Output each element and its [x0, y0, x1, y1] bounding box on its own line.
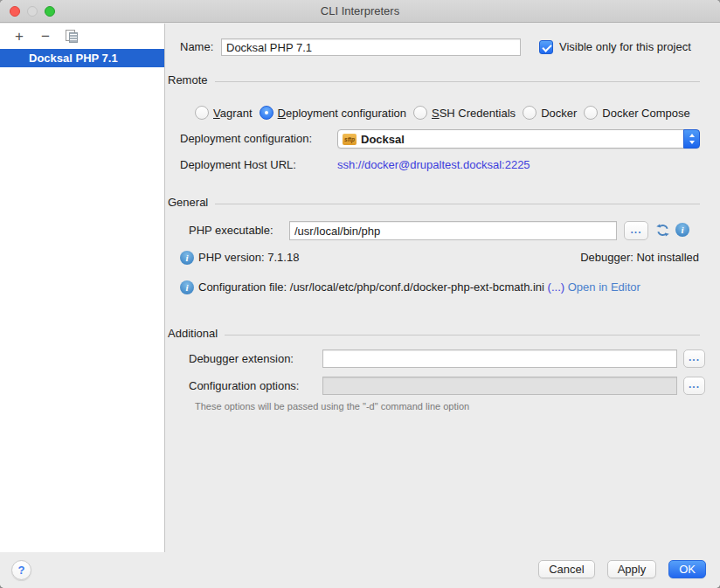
- visible-project-checkbox[interactable]: [539, 40, 553, 54]
- visible-project-label: Visible only for this project: [559, 38, 691, 56]
- radio-vagrant-label: Vagrant: [213, 107, 253, 120]
- remote-section-header: Remote: [168, 73, 700, 86]
- cancel-button[interactable]: Cancel: [538, 560, 594, 578]
- dialog-footer: ? Cancel Apply OK: [0, 552, 720, 588]
- window-title: CLI Interpreters: [0, 0, 720, 22]
- remote-section-label: Remote: [168, 73, 208, 86]
- combo-stepper-icon[interactable]: [683, 129, 700, 149]
- deployment-host-url-label: Deployment Host URL:: [180, 156, 296, 174]
- deployment-configuration-select[interactable]: sftp Docksal: [337, 129, 700, 149]
- settings-panel: Name: Visible only for this project Remo…: [166, 24, 720, 552]
- radio-icon[interactable]: [413, 106, 427, 120]
- additional-section-label: Additional: [168, 327, 218, 340]
- radio-ssh-credentials[interactable]: SSH Credentials: [413, 106, 516, 120]
- configuration-file-expand-link[interactable]: (...): [548, 280, 565, 294]
- additional-section-header: Additional: [168, 327, 700, 340]
- sidebar-toolbar: + −: [0, 24, 164, 49]
- radio-deployment-configuration[interactable]: Deployment configuration: [260, 106, 406, 120]
- general-section-header: General: [168, 196, 700, 209]
- options-note: These options will be passed using the "…: [195, 401, 469, 412]
- configuration-options-label: Configuration options:: [189, 377, 299, 395]
- php-executable-browse-button[interactable]: ...: [624, 221, 648, 240]
- remote-type-radio-group: Vagrant Deployment configuration SSH Cre…: [195, 105, 720, 121]
- section-divider: [215, 81, 700, 82]
- ok-button[interactable]: OK: [668, 560, 706, 578]
- interpreters-sidebar: + − Docksal PHP 7.1: [0, 24, 165, 552]
- apply-button[interactable]: Apply: [607, 560, 657, 578]
- traffic-lights: [10, 6, 55, 17]
- zoom-window-button[interactable]: [45, 6, 55, 17]
- sftp-icon: sftp: [343, 134, 357, 145]
- name-label: Name:: [180, 38, 213, 56]
- info-icon: [180, 251, 194, 265]
- help-button[interactable]: ?: [11, 560, 31, 580]
- duplicate-interpreter-icon[interactable]: [66, 30, 79, 43]
- configuration-options-input[interactable]: [322, 377, 677, 395]
- name-input[interactable]: [221, 38, 521, 56]
- interpreter-list-item[interactable]: Docksal PHP 7.1: [0, 49, 164, 67]
- radio-docker-compose-label: Docker Compose: [602, 107, 689, 120]
- configuration-options-browse-button[interactable]: ...: [683, 377, 705, 395]
- radio-icon[interactable]: [195, 106, 209, 120]
- open-in-editor-link[interactable]: Open in Editor: [568, 280, 640, 294]
- radio-icon[interactable]: [523, 106, 537, 120]
- section-divider: [225, 335, 700, 336]
- minimize-window-button: [27, 6, 38, 17]
- php-version-text: PHP version: 7.1.18: [198, 249, 299, 266]
- show-phpinfo-icon[interactable]: [675, 223, 689, 237]
- radio-docker-label: Docker: [541, 107, 577, 120]
- radio-icon[interactable]: [584, 106, 598, 120]
- general-section-label: General: [168, 196, 208, 209]
- deployment-host-url-value: ssh://docker@drupaltest.docksal:2225: [337, 156, 530, 174]
- debugger-extension-browse-button[interactable]: ...: [683, 349, 705, 368]
- radio-selected-icon[interactable]: [260, 106, 273, 120]
- deployment-configuration-value: Docksal: [361, 133, 405, 146]
- radio-docker-compose[interactable]: Docker Compose: [584, 106, 689, 120]
- php-executable-input[interactable]: [289, 221, 617, 240]
- configuration-file-text: Configuration file: /usr/local/etc/php/c…: [198, 280, 544, 294]
- add-interpreter-button[interactable]: +: [13, 30, 25, 44]
- configuration-file-row: Configuration file: /usr/local/etc/php/c…: [198, 279, 640, 296]
- php-executable-label: PHP executable:: [189, 222, 273, 239]
- reload-phpinfo-icon[interactable]: [655, 223, 670, 240]
- debugger-status-text: Debugger: Not installed: [580, 249, 699, 266]
- section-divider: [215, 204, 700, 204]
- remove-interpreter-button[interactable]: −: [39, 30, 52, 44]
- deployment-configuration-label: Deployment configuration:: [180, 130, 312, 148]
- radio-deployment-label: Deployment configuration: [278, 107, 406, 120]
- footer-buttons: Cancel Apply OK: [538, 560, 706, 578]
- debugger-extension-label: Debugger extension:: [189, 350, 294, 368]
- checkbox-checked-icon[interactable]: [539, 40, 553, 54]
- radio-docker[interactable]: Docker: [523, 106, 577, 120]
- radio-ssh-label: SSH Credentials: [432, 107, 516, 120]
- debugger-extension-input[interactable]: [322, 349, 677, 368]
- titlebar: CLI Interpreters: [0, 0, 720, 23]
- close-window-button[interactable]: [10, 6, 20, 17]
- radio-vagrant[interactable]: Vagrant: [195, 106, 253, 120]
- cli-interpreters-dialog: CLI Interpreters + − Docksal PHP 7.1 Nam…: [0, 0, 720, 588]
- info-icon: [180, 280, 194, 294]
